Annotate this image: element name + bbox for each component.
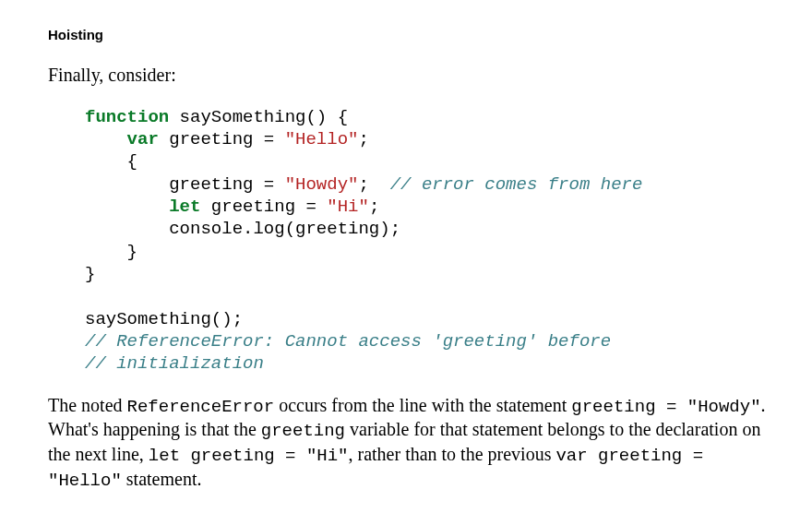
code-string: "Hi" xyxy=(327,197,369,217)
code-string: "Hello" xyxy=(285,129,359,149)
code-text: { xyxy=(127,151,137,172)
code-block: function saySomething() { var greeting =… xyxy=(85,106,768,376)
inline-code: ReferenceError xyxy=(127,397,275,417)
code-text: greeting = xyxy=(169,174,284,195)
code-text: greeting = xyxy=(159,129,285,149)
code-text: ; xyxy=(358,174,389,195)
inline-code: let greeting = "Hi" xyxy=(149,446,349,466)
code-text: greeting = xyxy=(200,197,327,217)
code-comment: // initialization xyxy=(85,353,264,374)
code-keyword: let xyxy=(169,197,200,217)
explanation-paragraph: The noted ReferenceError occurs from the… xyxy=(48,394,768,493)
code-text: ; xyxy=(358,129,368,149)
code-text: ; xyxy=(369,197,379,217)
code-text: saySomething(); xyxy=(85,309,243,329)
code-text: saySomething() { xyxy=(169,107,348,127)
code-text: console.log(greeting); xyxy=(169,219,400,239)
code-text: } xyxy=(127,242,137,262)
para-text: , rather than to the previous xyxy=(349,444,556,464)
code-keyword: var xyxy=(127,129,159,149)
code-text: } xyxy=(85,264,95,284)
intro-text: Finally, consider: xyxy=(48,64,768,88)
code-comment: // error comes from here xyxy=(390,174,643,195)
code-string: "Howdy" xyxy=(285,174,359,195)
inline-code: greeting = "Howdy" xyxy=(571,397,760,417)
para-text: occurs from the line with the statement xyxy=(274,395,571,415)
code-keyword: function xyxy=(85,107,169,127)
para-text: statement. xyxy=(122,469,202,489)
para-text: The noted xyxy=(48,395,127,415)
section-heading: Hoisting xyxy=(48,26,768,43)
inline-code: greeting xyxy=(261,421,345,441)
code-comment: // ReferenceError: Cannot access 'greeti… xyxy=(85,331,611,352)
